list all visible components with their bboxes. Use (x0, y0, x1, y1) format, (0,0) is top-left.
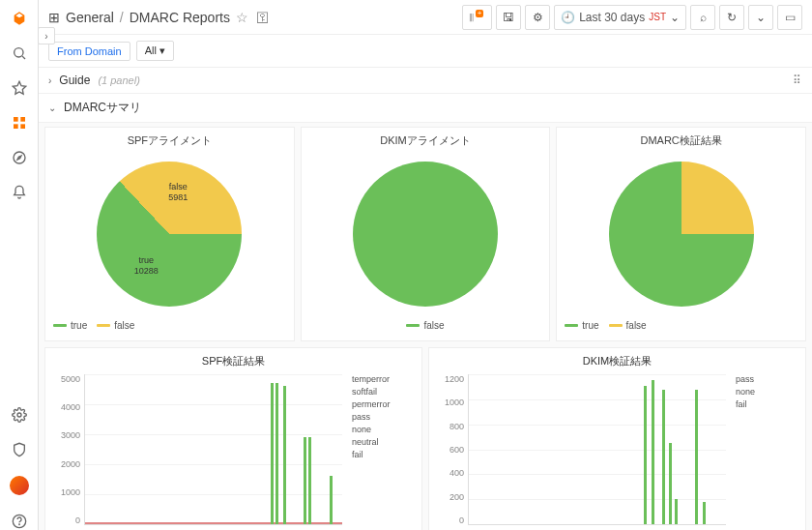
save-button[interactable]: 🖫 (496, 5, 521, 30)
svg-rect-3 (14, 124, 18, 129)
dashboard-body: SPFアライメント false5981 true10288 true false (39, 123, 812, 530)
pie-chart (353, 162, 498, 307)
gear-icon[interactable] (11, 406, 28, 424)
nav-sidebar (0, 0, 39, 530)
variable-label[interactable]: From Domain (48, 42, 130, 61)
panel-spf-result[interactable]: SPF検証結果 5000 4000 3000 2000 1000 0 (44, 347, 422, 530)
template-variables-bar: From Domain All ▾ (39, 35, 812, 68)
row-title: DMARCサマリ (64, 100, 141, 116)
alert-icon[interactable] (11, 184, 28, 201)
panel-title: DKIMアライメント (307, 133, 544, 148)
star-outline-icon[interactable]: ☆ (236, 10, 248, 25)
legend: pass none fail (732, 374, 799, 530)
chevron-down-icon: ⌄ (48, 103, 56, 113)
slice-label-false: false5981 (169, 182, 188, 203)
dashboards-icon[interactable] (11, 114, 28, 132)
explore-icon[interactable] (11, 149, 28, 166)
help-icon[interactable] (11, 513, 28, 530)
panel-dkim-alignment[interactable]: DKIMアライメント false (301, 127, 551, 341)
chevron-down-icon: ▾ (160, 44, 165, 56)
variable-value-dropdown[interactable]: All ▾ (136, 41, 174, 61)
row-guide[interactable]: › Guide (1 panel) ⠿ (39, 68, 812, 94)
panel-dmarc-result[interactable]: DMARC検証結果 true false (556, 127, 806, 341)
breadcrumb: ⊞ General / DMARC Reports ☆ ⚿ (48, 10, 270, 25)
svg-point-6 (17, 413, 21, 417)
row-menu-icon[interactable]: ⠿ (793, 74, 802, 87)
avatar[interactable] (10, 476, 29, 495)
timezone-label: JST (649, 12, 666, 22)
breadcrumb-folder[interactable]: General (66, 10, 114, 25)
legend: temperror softfail permerror pass none n… (348, 374, 416, 530)
pie-chart (609, 162, 754, 307)
sidebar-collapse-button[interactable]: › (38, 27, 55, 44)
svg-rect-2 (20, 117, 25, 122)
slice-label-true: true10288 (134, 255, 159, 277)
svg-point-5 (14, 152, 25, 163)
svg-rect-4 (20, 124, 25, 129)
legend: true false (563, 316, 799, 335)
row-summary[interactable]: ⌄ DMARCサマリ (39, 94, 812, 123)
time-range-label: Last 30 days (579, 11, 645, 24)
breadcrumb-separator: / (120, 10, 124, 25)
chevron-down-icon: ⌄ (670, 11, 680, 24)
svg-rect-1 (14, 117, 18, 122)
chevron-right-icon: › (48, 75, 51, 86)
svg-point-8 (18, 524, 19, 525)
refresh-button[interactable]: ↻ (719, 5, 744, 30)
clock-icon: 🕘 (561, 11, 575, 24)
tv-mode-button[interactable]: ▭ (777, 5, 802, 30)
legend: true false (51, 316, 288, 335)
dashboard-title[interactable]: DMARC Reports (130, 10, 230, 25)
settings-button[interactable]: ⚙ (525, 5, 550, 30)
main-area: › ⊞ General / DMARC Reports ☆ ⚿ ⫴+ 🖫 ⚙ 🕘… (39, 0, 812, 530)
panel-title: SPFアライメント (51, 133, 288, 148)
y-axis-labels: 1200 1000 800 600 400 200 0 (435, 374, 464, 525)
legend: false (307, 316, 544, 335)
svg-point-0 (14, 48, 22, 57)
panel-title: DMARC検証結果 (563, 133, 799, 148)
shield-icon[interactable] (11, 441, 28, 458)
refresh-interval-picker[interactable]: ⌄ (748, 5, 773, 30)
time-range-picker[interactable]: 🕘 Last 30 days JST ⌄ (554, 5, 686, 30)
panel-title: DKIM検証結果 (435, 354, 799, 368)
bar-chart: 5000 4000 3000 2000 1000 0 (51, 374, 342, 530)
star-icon[interactable] (11, 79, 28, 97)
dashboards-glyph-icon: ⊞ (48, 10, 60, 25)
pie-chart: false5981 true10288 (97, 162, 242, 307)
panel-spf-alignment[interactable]: SPFアライメント false5981 true10288 true false (44, 127, 295, 341)
bar-chart: 1200 1000 800 600 400 200 0 (435, 374, 726, 530)
y-axis-labels: 5000 4000 3000 2000 1000 0 (51, 374, 80, 525)
zoom-out-button[interactable]: ⌕ (690, 5, 715, 30)
search-icon[interactable] (11, 44, 28, 62)
share-icon[interactable]: ⚿ (256, 10, 270, 25)
panel-title: SPF検証結果 (51, 354, 416, 368)
topbar: ⊞ General / DMARC Reports ☆ ⚿ ⫴+ 🖫 ⚙ 🕘 L… (39, 0, 812, 35)
panel-dkim-result[interactable]: DKIM検証結果 1200 1000 800 600 400 200 0 (428, 347, 806, 530)
row-subtitle: (1 panel) (98, 74, 139, 86)
add-panel-button[interactable]: ⫴+ (462, 5, 492, 30)
grafana-logo-icon[interactable] (11, 10, 28, 27)
row-title: Guide (59, 74, 90, 87)
